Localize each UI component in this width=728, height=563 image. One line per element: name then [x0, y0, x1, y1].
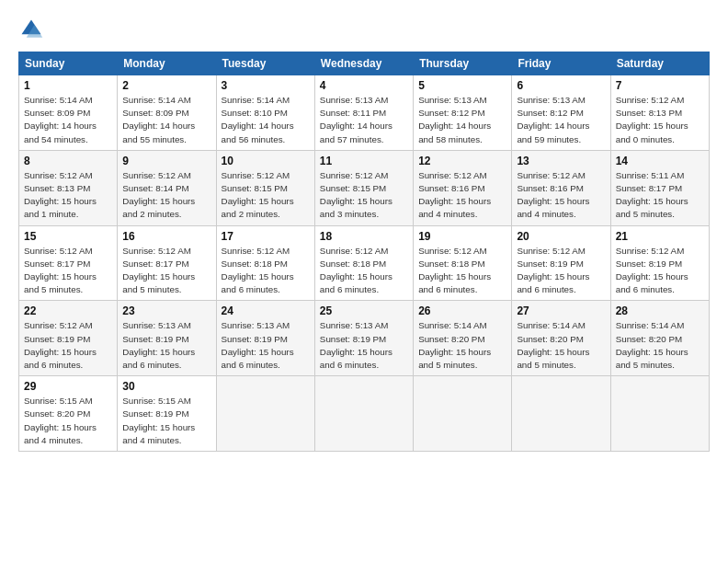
logo: [18, 17, 48, 42]
calendar-cell: 18 Sunrise: 5:12 AMSunset: 8:18 PMDaylig…: [314, 225, 413, 301]
day-info: Sunrise: 5:14 AMSunset: 8:20 PMDaylight:…: [418, 320, 491, 370]
calendar-body: 1 Sunrise: 5:14 AMSunset: 8:09 PMDayligh…: [19, 75, 710, 452]
day-info: Sunrise: 5:13 AMSunset: 8:12 PMDaylight:…: [418, 95, 491, 144]
day-number: 4: [320, 79, 408, 92]
day-info: Sunrise: 5:13 AMSunset: 8:12 PMDaylight:…: [517, 95, 589, 144]
calendar-week-1: 1 Sunrise: 5:14 AMSunset: 8:09 PMDayligh…: [19, 75, 710, 151]
day-number: 19: [418, 230, 506, 243]
header: [18, 17, 710, 42]
day-info: Sunrise: 5:14 AMSunset: 8:09 PMDaylight:…: [122, 95, 195, 144]
day-info: Sunrise: 5:12 AMSunset: 8:15 PMDaylight:…: [320, 170, 392, 220]
day-info: Sunrise: 5:12 AMSunset: 8:14 PMDaylight:…: [122, 170, 195, 220]
day-number: 24: [222, 304, 310, 317]
calendar-header: SundayMondayTuesdayWednesdayThursdayFrid…: [19, 52, 710, 75]
weekday-header-friday: Friday: [512, 52, 610, 75]
calendar-cell: 27 Sunrise: 5:14 AMSunset: 8:20 PMDaylig…: [512, 301, 610, 376]
calendar-cell: 3 Sunrise: 5:14 AMSunset: 8:10 PMDayligh…: [216, 75, 314, 151]
day-number: 26: [418, 304, 506, 317]
calendar-cell: [610, 376, 709, 452]
day-info: Sunrise: 5:12 AMSunset: 8:15 PMDaylight:…: [222, 170, 294, 220]
calendar-cell: 25 Sunrise: 5:13 AMSunset: 8:19 PMDaylig…: [314, 301, 413, 376]
calendar-cell: 21 Sunrise: 5:12 AMSunset: 8:19 PMDaylig…: [610, 225, 709, 301]
calendar-cell: 14 Sunrise: 5:11 AMSunset: 8:17 PMDaylig…: [610, 150, 709, 225]
day-info: Sunrise: 5:14 AMSunset: 8:10 PMDaylight:…: [222, 95, 294, 144]
day-info: Sunrise: 5:12 AMSunset: 8:13 PMDaylight:…: [24, 170, 97, 220]
day-number: 16: [122, 230, 210, 243]
calendar-cell: 8 Sunrise: 5:12 AMSunset: 8:13 PMDayligh…: [19, 150, 118, 225]
day-info: Sunrise: 5:14 AMSunset: 8:20 PMDaylight:…: [616, 320, 688, 370]
day-number: 18: [320, 230, 408, 243]
day-info: Sunrise: 5:15 AMSunset: 8:19 PMDaylight:…: [122, 396, 195, 445]
calendar-cell: 7 Sunrise: 5:12 AMSunset: 8:13 PMDayligh…: [610, 75, 709, 151]
calendar-cell: 6 Sunrise: 5:13 AMSunset: 8:12 PMDayligh…: [512, 75, 610, 151]
day-number: 1: [24, 79, 112, 92]
day-number: 12: [418, 155, 506, 167]
calendar-week-2: 8 Sunrise: 5:12 AMSunset: 8:13 PMDayligh…: [19, 150, 710, 225]
day-number: 9: [122, 155, 210, 167]
weekday-header-wednesday: Wednesday: [314, 52, 413, 75]
calendar-cell: 5 Sunrise: 5:13 AMSunset: 8:12 PMDayligh…: [414, 75, 512, 151]
calendar-cell: 1 Sunrise: 5:14 AMSunset: 8:09 PMDayligh…: [19, 75, 118, 151]
calendar-cell: 16 Sunrise: 5:12 AMSunset: 8:17 PMDaylig…: [118, 225, 216, 301]
day-number: 23: [122, 304, 210, 317]
day-info: Sunrise: 5:13 AMSunset: 8:19 PMDaylight:…: [222, 320, 294, 370]
day-info: Sunrise: 5:12 AMSunset: 8:16 PMDaylight:…: [418, 170, 491, 220]
calendar-week-5: 29 Sunrise: 5:15 AMSunset: 8:20 PMDaylig…: [19, 376, 710, 452]
day-number: 30: [122, 380, 210, 393]
day-number: 22: [24, 304, 112, 317]
day-number: 25: [320, 304, 408, 317]
day-info: Sunrise: 5:12 AMSunset: 8:18 PMDaylight:…: [418, 246, 491, 295]
calendar-cell: 28 Sunrise: 5:14 AMSunset: 8:20 PMDaylig…: [610, 301, 709, 376]
day-number: 3: [222, 79, 310, 92]
calendar-cell: 23 Sunrise: 5:13 AMSunset: 8:19 PMDaylig…: [118, 301, 216, 376]
weekday-row: SundayMondayTuesdayWednesdayThursdayFrid…: [19, 52, 710, 75]
day-number: 14: [616, 155, 704, 167]
calendar-cell: 22 Sunrise: 5:12 AMSunset: 8:19 PMDaylig…: [19, 301, 118, 376]
day-info: Sunrise: 5:12 AMSunset: 8:19 PMDaylight:…: [616, 246, 688, 295]
calendar-cell: 19 Sunrise: 5:12 AMSunset: 8:18 PMDaylig…: [414, 225, 512, 301]
day-info: Sunrise: 5:13 AMSunset: 8:19 PMDaylight:…: [320, 320, 392, 370]
calendar-cell: [512, 376, 610, 452]
day-number: 15: [24, 230, 112, 243]
logo-icon: [18, 17, 44, 42]
calendar-cell: [216, 376, 314, 452]
calendar-cell: 12 Sunrise: 5:12 AMSunset: 8:16 PMDaylig…: [414, 150, 512, 225]
calendar-cell: 4 Sunrise: 5:13 AMSunset: 8:11 PMDayligh…: [314, 75, 413, 151]
calendar-cell: 15 Sunrise: 5:12 AMSunset: 8:17 PMDaylig…: [19, 225, 118, 301]
calendar-cell: [314, 376, 413, 452]
day-number: 6: [517, 79, 605, 92]
weekday-header-saturday: Saturday: [610, 52, 709, 75]
weekday-header-sunday: Sunday: [19, 52, 118, 75]
calendar-cell: 2 Sunrise: 5:14 AMSunset: 8:09 PMDayligh…: [118, 75, 216, 151]
calendar-week-4: 22 Sunrise: 5:12 AMSunset: 8:19 PMDaylig…: [19, 301, 710, 376]
calendar-cell: 24 Sunrise: 5:13 AMSunset: 8:19 PMDaylig…: [216, 301, 314, 376]
day-number: 21: [616, 230, 704, 243]
calendar-cell: 20 Sunrise: 5:12 AMSunset: 8:19 PMDaylig…: [512, 225, 610, 301]
day-number: 29: [24, 380, 112, 393]
day-number: 11: [320, 155, 408, 167]
day-info: Sunrise: 5:12 AMSunset: 8:19 PMDaylight:…: [24, 320, 97, 370]
calendar-cell: 13 Sunrise: 5:12 AMSunset: 8:16 PMDaylig…: [512, 150, 610, 225]
day-number: 5: [418, 79, 506, 92]
day-info: Sunrise: 5:15 AMSunset: 8:20 PMDaylight:…: [24, 396, 97, 445]
day-info: Sunrise: 5:13 AMSunset: 8:19 PMDaylight:…: [122, 320, 195, 370]
day-info: Sunrise: 5:12 AMSunset: 8:17 PMDaylight:…: [122, 246, 195, 295]
calendar-cell: 29 Sunrise: 5:15 AMSunset: 8:20 PMDaylig…: [19, 376, 118, 452]
calendar-week-3: 15 Sunrise: 5:12 AMSunset: 8:17 PMDaylig…: [19, 225, 710, 301]
day-info: Sunrise: 5:12 AMSunset: 8:19 PMDaylight:…: [517, 246, 589, 295]
day-info: Sunrise: 5:12 AMSunset: 8:18 PMDaylight:…: [320, 246, 392, 295]
page: SundayMondayTuesdayWednesdayThursdayFrid…: [0, 0, 728, 563]
day-info: Sunrise: 5:11 AMSunset: 8:17 PMDaylight:…: [616, 170, 688, 220]
day-info: Sunrise: 5:12 AMSunset: 8:17 PMDaylight:…: [24, 246, 97, 295]
calendar-cell: 26 Sunrise: 5:14 AMSunset: 8:20 PMDaylig…: [414, 301, 512, 376]
weekday-header-tuesday: Tuesday: [216, 52, 314, 75]
day-info: Sunrise: 5:13 AMSunset: 8:11 PMDaylight:…: [320, 95, 392, 144]
day-number: 13: [517, 155, 605, 167]
day-info: Sunrise: 5:12 AMSunset: 8:18 PMDaylight:…: [222, 246, 294, 295]
day-number: 27: [517, 304, 605, 317]
day-number: 17: [222, 230, 310, 243]
day-number: 8: [24, 155, 112, 167]
calendar-table: SundayMondayTuesdayWednesdayThursdayFrid…: [18, 52, 710, 452]
calendar-cell: 17 Sunrise: 5:12 AMSunset: 8:18 PMDaylig…: [216, 225, 314, 301]
calendar-cell: 9 Sunrise: 5:12 AMSunset: 8:14 PMDayligh…: [118, 150, 216, 225]
